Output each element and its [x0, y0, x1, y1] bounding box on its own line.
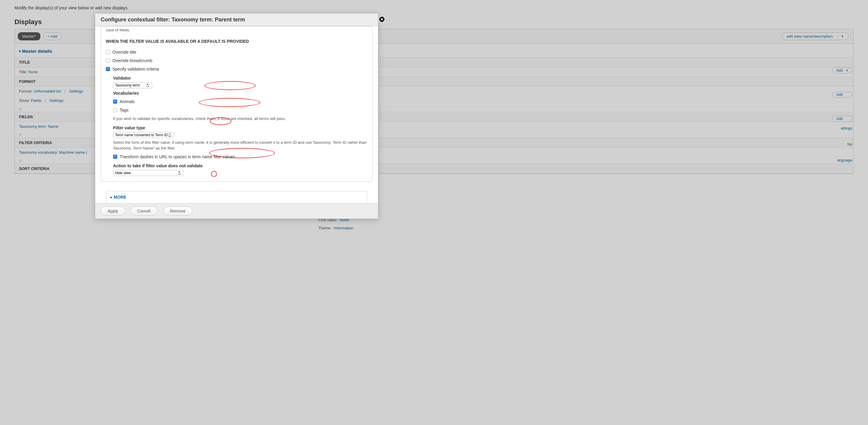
no-peek: No [847, 142, 852, 147]
filter-value-link[interactable]: Taxonomy vocabulary: Machine name ( [19, 150, 87, 155]
apply-button[interactable]: Apply [101, 207, 125, 215]
when-value-available-box: case of feeds. WHEN THE FILTER VALUE IS … [101, 26, 373, 182]
transform-dashes-checkbox[interactable] [113, 155, 117, 159]
title-label: Title: [19, 70, 27, 74]
right-pills: Add▼ Add Add [832, 67, 852, 122]
right-peek-column: ettings No anguage [837, 125, 852, 163]
tab-master[interactable]: Master* [18, 32, 40, 40]
specify-validation-checkbox[interactable] [106, 67, 110, 71]
language-peek[interactable]: anguage [837, 157, 852, 163]
transform-dashes-label: Transform dashes in URL to spaces in ter… [120, 154, 235, 159]
edit-view-name-label: edit view name/description [786, 34, 833, 38]
edit-view-wrap: edit view name/description ▼ [782, 33, 850, 40]
vocab-animals-checkbox[interactable] [113, 99, 117, 104]
more-label: MORE [114, 195, 126, 200]
remove-button[interactable]: Remove [163, 207, 193, 215]
action-label: Action to take if filter value does not … [113, 161, 367, 170]
more-toggle[interactable]: ▸ MORE [111, 195, 126, 200]
triangle-right-icon: ▸ [111, 195, 113, 199]
theme-value[interactable]: Information [334, 226, 353, 230]
add-button-3[interactable]: Add [832, 116, 852, 122]
vocab-desc: If you wish to validate for specific voc… [113, 114, 367, 123]
caret-down-icon: ▼ [838, 35, 844, 38]
vocab-tags-label: Tags [120, 108, 129, 113]
add-display-label: Add [50, 34, 57, 38]
triangle-down-icon: ▾ [19, 49, 21, 53]
override-title-checkbox[interactable] [106, 50, 110, 54]
override-breadcrumb-checkbox[interactable] [106, 58, 110, 63]
vocab-animals-row[interactable]: Animals [113, 97, 367, 106]
format-label: Format: [19, 89, 33, 93]
cancel-button[interactable]: Cancel [130, 207, 158, 215]
vocab-tags-checkbox[interactable] [113, 108, 117, 112]
title-value-link[interactable]: None [28, 70, 38, 74]
specify-validation-label: Specify validation criteria [113, 67, 159, 71]
when-available-heading: WHEN THE FILTER VALUE IS AVAILABLE OR A … [106, 36, 367, 48]
format-value-link[interactable]: Unformatted list [33, 89, 61, 93]
settings-peek[interactable]: ettings [841, 125, 852, 131]
override-breadcrumb-label: Override breadcrumb [113, 58, 152, 63]
show-label: Show: [19, 98, 30, 103]
close-icon[interactable]: ✕ [378, 16, 385, 23]
dialog-footer: Apply Cancel Remove [95, 203, 378, 218]
specify-validation-row[interactable]: Specify validation criteria [106, 65, 367, 73]
transform-dashes-row[interactable]: Transform dashes in URL to spaces in ter… [113, 153, 367, 161]
add-button-1[interactable]: Add▼ [832, 67, 852, 73]
override-title-row[interactable]: Override title [106, 48, 367, 56]
configure-contextual-filter-dialog: Configure contextual filter: Taxonomy te… [95, 13, 378, 219]
add-button-2[interactable]: Add [832, 92, 852, 98]
dialog-title: Configure contextual filter: Taxonomy te… [95, 13, 378, 26]
vocab-animals-label: Animals [120, 99, 135, 104]
validator-label: Validator [113, 73, 367, 82]
override-title-label: Override title [113, 50, 136, 55]
action-select[interactable]: Hide view [113, 170, 184, 176]
plus-icon: + [47, 34, 50, 38]
vocab-tags-row[interactable]: Tags [113, 106, 367, 114]
filter-value-type-select[interactable]: Term name converted to Term ID [113, 132, 174, 138]
validator-select[interactable]: Taxonomy term [113, 82, 152, 88]
show-value-link[interactable]: Fields [31, 98, 41, 103]
add-display-button[interactable]: +Add [43, 33, 61, 40]
show-settings-link[interactable]: Settings [50, 98, 64, 103]
field-taxonomy-name-link[interactable]: Taxonomy term: Name [19, 124, 59, 129]
more-box[interactable]: ▸ MORE [106, 191, 367, 203]
validation-nested: Validator Taxonomy term Vocabularies Ani… [106, 73, 367, 176]
master-details-label: Master details [22, 49, 52, 54]
dialog-body: case of feeds. WHEN THE FILTER VALUE IS … [95, 26, 378, 203]
edit-view-name-button[interactable]: edit view name/description ▼ [782, 33, 848, 40]
filter-value-type-desc: Select the form of this filter value; if… [113, 138, 367, 153]
filter-value-type-label: Filter value type [113, 123, 367, 132]
caret-icon: ▼ [846, 69, 848, 72]
format-settings-link[interactable]: Settings [69, 89, 83, 93]
override-breadcrumb-row[interactable]: Override breadcrumb [106, 56, 367, 65]
theme-label: Theme: [318, 226, 332, 230]
vocabularies-label: Vocabularies [113, 88, 367, 97]
trail-text: case of feeds. [106, 27, 367, 36]
